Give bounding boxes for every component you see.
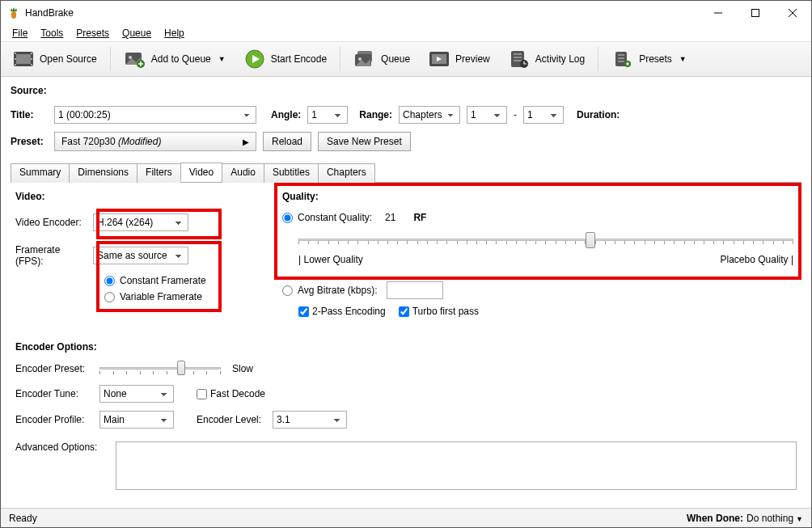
title-label: Title: [11, 109, 48, 120]
enc-preset-value: Slow [232, 363, 253, 374]
image-plus-icon [124, 49, 146, 69]
statusbar: Ready When Done: Do nothing▼ [1, 508, 811, 527]
minimize-button[interactable] [700, 1, 737, 25]
preset-row: Preset: Fast 720p30 (Modified) ▶ Reload … [11, 132, 801, 151]
open-source-label: Open Source [40, 53, 97, 65]
when-done-value[interactable]: Do nothing▼ [746, 513, 803, 524]
range-label: Range: [359, 109, 392, 120]
play-icon [243, 49, 266, 69]
encoder-options-heading: Encoder Options: [15, 341, 797, 353]
menubar: File Tools Presets Queue Help [1, 25, 811, 41]
tab-audio[interactable]: Audio [222, 163, 264, 183]
preview-icon [428, 49, 450, 69]
const-quality-radio[interactable]: Constant Quality: 21 RF [282, 212, 797, 223]
angle-select[interactable]: 1 [307, 106, 348, 124]
enc-profile-label: Encoder Profile: [15, 414, 93, 425]
queue-label: Queue [381, 53, 410, 65]
open-source-button[interactable]: Open Source [4, 46, 105, 72]
quality-slider[interactable] [298, 231, 793, 249]
svg-rect-0 [11, 11, 16, 19]
two-pass-checkbox[interactable]: 2-Pass Encoding [298, 306, 386, 317]
quality-heading: Quality: [282, 191, 797, 202]
tab-subtitles[interactable]: Subtitles [264, 163, 319, 183]
enc-preset-label: Encoder Preset: [15, 363, 93, 374]
preview-button[interactable]: Preview [420, 46, 498, 72]
reload-button[interactable]: Reload [263, 132, 311, 151]
range-to-select[interactable]: 1 [523, 106, 564, 124]
menu-presets[interactable]: Presets [71, 27, 114, 40]
menu-file[interactable]: File [7, 27, 32, 40]
start-encode-label: Start Encode [271, 53, 327, 65]
var-framerate-radio[interactable]: Variable Framerate [104, 291, 266, 302]
content-area: Source: Title: 1 (00:00:25) Angle: 1 Ran… [1, 77, 811, 508]
toolbar: Open Source Add to Queue ▼ Start Encode … [1, 41, 811, 77]
activity-log-label: Activity Log [535, 53, 585, 65]
presets-icon [611, 49, 634, 69]
range-type-select[interactable]: Chapters [399, 106, 460, 124]
status-text: Ready [9, 513, 37, 524]
video-encoder-select[interactable]: H.264 (x264) [93, 213, 188, 231]
menu-tools[interactable]: Tools [36, 27, 68, 40]
tab-filters[interactable]: Filters [137, 163, 181, 183]
placebo-quality-label: Placebo Quality | [721, 254, 794, 265]
save-preset-button[interactable]: Save New Preset [318, 132, 411, 151]
svg-point-11 [31, 58, 32, 60]
svg-point-10 [31, 53, 32, 54]
start-encode-button[interactable]: Start Encode [235, 46, 335, 72]
enc-preset-slider[interactable] [99, 361, 221, 377]
turbo-checkbox[interactable]: Turbo first pass [399, 306, 479, 317]
svg-rect-6 [16, 54, 31, 64]
enc-tune-select[interactable]: None [99, 385, 174, 403]
preview-label: Preview [455, 53, 490, 65]
rf-label: RF [413, 212, 426, 223]
tab-chapters[interactable]: Chapters [318, 163, 375, 183]
duration-label: Duration: [577, 109, 620, 120]
video-heading: Video: [15, 191, 266, 202]
tab-summary[interactable]: Summary [11, 163, 70, 183]
fast-decode-checkbox[interactable]: Fast Decode [197, 388, 265, 399]
add-to-queue-button[interactable]: Add to Queue ▼ [116, 46, 234, 72]
chevron-down-icon: ▼ [796, 515, 803, 523]
enc-profile-select[interactable]: Main [99, 411, 174, 429]
presets-button[interactable]: Presets ▼ [603, 46, 695, 72]
tabs: Summary Dimensions Filters Video Audio S… [11, 163, 801, 183]
log-icon [508, 49, 531, 69]
chevron-down-icon: ▼ [218, 55, 226, 63]
app-icon [7, 6, 20, 19]
avg-bitrate-input[interactable] [387, 281, 443, 299]
range-from-select[interactable]: 1 [467, 106, 507, 124]
title-row: Title: 1 (00:00:25) Angle: 1 Range: Chap… [11, 106, 801, 124]
maximize-button[interactable] [737, 1, 774, 25]
svg-rect-2 [752, 10, 759, 17]
enc-level-select[interactable]: 3.1 [273, 411, 347, 429]
advanced-label: Advanced Options: [15, 441, 109, 453]
film-icon [12, 49, 35, 69]
title-select[interactable]: 1 (00:00:25) [54, 106, 256, 124]
presets-label: Presets [639, 53, 672, 65]
enc-tune-label: Encoder Tune: [15, 388, 93, 399]
close-button[interactable] [774, 1, 811, 25]
preset-label: Preset: [11, 136, 48, 147]
menu-queue[interactable]: Queue [117, 27, 156, 40]
lower-quality-label: | Lower Quality [298, 254, 363, 265]
when-done-label: When Done: [687, 513, 743, 524]
images-icon [353, 49, 376, 69]
fps-label: Framerate (FPS): [15, 244, 87, 267]
svg-point-7 [15, 53, 16, 54]
preset-select[interactable]: Fast 720p30 (Modified) ▶ [54, 132, 256, 151]
titlebar: HandBrake [1, 1, 811, 25]
avg-bitrate-radio[interactable]: Avg Bitrate (kbps): [282, 281, 797, 299]
queue-button[interactable]: Queue [345, 46, 418, 72]
fps-select[interactable]: Same as source [93, 247, 188, 264]
const-framerate-radio[interactable]: Constant Framerate [104, 275, 266, 286]
svg-point-8 [15, 58, 16, 60]
activity-log-button[interactable]: Activity Log [500, 46, 593, 72]
enc-level-label: Encoder Level: [197, 414, 266, 425]
svg-point-14 [129, 56, 132, 59]
angle-label: Angle: [271, 109, 301, 120]
tab-video[interactable]: Video [180, 163, 222, 182]
advanced-options-input[interactable] [116, 441, 797, 490]
svg-point-9 [15, 64, 16, 65]
tab-dimensions[interactable]: Dimensions [69, 163, 137, 183]
menu-help[interactable]: Help [159, 27, 189, 40]
